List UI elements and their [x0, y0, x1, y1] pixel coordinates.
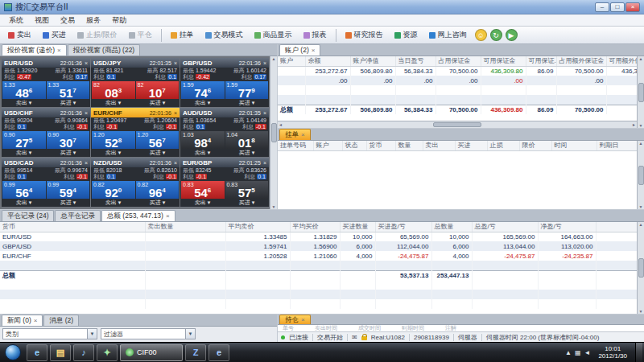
chevron-down-icon[interactable]: ▼: [87, 329, 97, 339]
tab-total-closed[interactable]: 总平仓记录: [55, 210, 101, 221]
research-button[interactable]: 研究报告: [341, 27, 388, 43]
column-header[interactable]: 卖出数量: [145, 222, 225, 232]
column-header[interactable]: 到期日: [597, 141, 637, 150]
scroll-thumb[interactable]: [638, 83, 644, 102]
buy-price-button[interactable]: 0.90307: [47, 131, 90, 149]
column-header[interactable]: 可用额外保证金: [606, 56, 637, 66]
empty-row[interactable]: [278, 95, 637, 105]
quotes-scrollbar[interactable]: ▲▼: [270, 56, 277, 209]
mail-icon[interactable]: ✉: [352, 334, 357, 341]
tab-news[interactable]: 新闻 (0) ×: [2, 315, 43, 326]
sell-price-button[interactable]: 0.99564: [2, 181, 46, 199]
scroll-right-icon[interactable]: ►: [632, 122, 636, 127]
start-button[interactable]: [5, 344, 21, 360]
column-header[interactable]: 平均卖价: [225, 222, 290, 232]
buy-price-button[interactable]: 0.99594: [47, 181, 90, 199]
chevron-down-icon[interactable]: ▼: [185, 329, 195, 339]
close-icon[interactable]: ×: [166, 212, 170, 220]
trade-mode-button[interactable]: 交易模式: [200, 27, 248, 43]
close-icon[interactable]: ×: [312, 47, 316, 54]
accounts-vscrollbar[interactable]: ▲▼: [637, 56, 644, 128]
column-header[interactable]: 可用保证...: [526, 56, 556, 66]
close-icon[interactable]: ×: [85, 60, 88, 66]
scroll-thumb[interactable]: [271, 123, 277, 142]
z-app-icon[interactable]: Z: [185, 344, 206, 361]
empty-row[interactable]: [0, 280, 637, 290]
minimize-button[interactable]: –: [595, 2, 609, 12]
close-icon[interactable]: ×: [34, 317, 38, 324]
scroll-up-icon[interactable]: ▲: [272, 56, 276, 61]
buy-price-button[interactable]: 0.83575: [225, 181, 269, 199]
accounts-hscrollbar[interactable]: ◄►: [278, 121, 637, 128]
buy-price-button[interactable]: 1.33517: [47, 81, 90, 99]
column-header[interactable]: 买进: [455, 141, 487, 150]
sell-price-button[interactable]: 0.90275: [2, 131, 46, 149]
scroll-up-icon[interactable]: ▲: [639, 141, 643, 146]
tray-expand-icon[interactable]: ▲: [565, 349, 572, 356]
column-header[interactable]: 买进数量: [340, 222, 375, 232]
sell-price-button[interactable]: 1.33486: [2, 81, 46, 99]
empty-row[interactable]: [278, 85, 637, 95]
scroll-thumb[interactable]: [638, 166, 644, 185]
scroll-thumb[interactable]: [638, 258, 644, 278]
scroll-up-icon[interactable]: ▲: [639, 56, 643, 61]
scroll-down-icon[interactable]: ▼: [639, 123, 643, 128]
column-header[interactable]: 状态: [342, 141, 366, 150]
scroll-thumb[interactable]: [433, 122, 481, 127]
sell-price-button[interactable]: 1.03984: [181, 131, 225, 149]
column-header[interactable]: 可用保证金: [481, 56, 526, 66]
buy-price-button[interactable]: 1.04018: [225, 131, 269, 149]
close-icon[interactable]: ×: [85, 110, 88, 116]
menu-item-0[interactable]: 系统: [3, 15, 29, 26]
column-header[interactable]: 数量: [395, 141, 423, 150]
column-header[interactable]: 卖出: [423, 141, 455, 150]
messenger-icon[interactable]: ✦: [97, 344, 118, 361]
sell-price-button[interactable]: 1.20528: [92, 131, 135, 149]
close-button[interactable]: ×: [625, 2, 640, 12]
buy-price-button[interactable]: 82107: [136, 81, 180, 99]
empty-row[interactable]: [0, 261, 637, 270]
refresh-icon[interactable]: ↻: [490, 29, 502, 41]
tab-pending-orders[interactable]: 挂单 ×: [279, 129, 311, 140]
table-row[interactable]: GBP/USD1.597411.569006,000112,044.006,00…: [0, 241, 637, 251]
column-header[interactable]: 总数量: [431, 222, 472, 232]
close-icon[interactable]: ×: [263, 110, 266, 116]
sell-button[interactable]: 卖出: [3, 27, 36, 43]
column-header[interactable]: 时间: [551, 141, 597, 150]
table-row[interactable]: EUR/USD1.334851.3182910,00065,569.0010,0…: [0, 232, 637, 241]
column-header[interactable]: 货币: [366, 141, 395, 150]
tray-network-icon[interactable]: ▦: [575, 349, 581, 356]
table-row[interactable]: EUR/CHF1.205281.210604,000-24,475.874,00…: [0, 251, 637, 261]
category-select[interactable]: 类别 ▼: [2, 328, 97, 339]
online-chat-button[interactable]: 网上咨询: [424, 27, 472, 43]
close-icon[interactable]: ×: [174, 110, 177, 116]
tab-closed-records[interactable]: 平仓记录 (24): [2, 210, 54, 221]
report-button[interactable]: 报表: [299, 27, 332, 43]
column-header[interactable]: 余额: [305, 56, 350, 66]
buy-price-button[interactable]: 0.82964: [136, 181, 180, 199]
menu-item-1[interactable]: 视图: [29, 15, 55, 26]
empty-row[interactable]: [0, 290, 637, 299]
sell-price-button[interactable]: 1.59746: [181, 81, 225, 99]
positions-scrollbar[interactable]: ▲▼: [637, 222, 644, 314]
menu-item-2[interactable]: 交易: [55, 15, 80, 26]
menu-item-3[interactable]: 服务: [80, 15, 106, 26]
tab-quotes-dealing[interactable]: 报价视窗 (递价) ×: [2, 44, 67, 56]
folder-icon[interactable]: ▤: [50, 344, 71, 361]
browser-icon[interactable]: e: [27, 344, 47, 361]
buy-button[interactable]: 买进: [38, 27, 71, 43]
tab-holdings[interactable]: 持仓 ×: [279, 315, 311, 324]
close-icon[interactable]: ×: [263, 60, 266, 66]
maximize-button[interactable]: □: [610, 2, 625, 12]
tray-volume-icon[interactable]: ◄: [584, 349, 590, 356]
product-display-button[interactable]: 商品显示: [250, 27, 297, 43]
column-header[interactable]: 总盈/亏: [472, 222, 538, 232]
buy-price-button[interactable]: 1.20567: [136, 131, 180, 149]
column-header[interactable]: 净盈/亏: [538, 222, 596, 232]
scroll-down-icon[interactable]: ▼: [639, 204, 643, 209]
column-header[interactable]: 平均买价: [290, 222, 340, 232]
media-player-icon[interactable]: ♪: [73, 344, 94, 361]
table-row[interactable]: 253,272.67506,809.8056,384.3370,500.0043…: [278, 66, 637, 76]
orders-scrollbar[interactable]: ▲▼: [637, 141, 644, 209]
tab-quotes-products[interactable]: 报价视窗 (商品) (22): [68, 44, 141, 56]
